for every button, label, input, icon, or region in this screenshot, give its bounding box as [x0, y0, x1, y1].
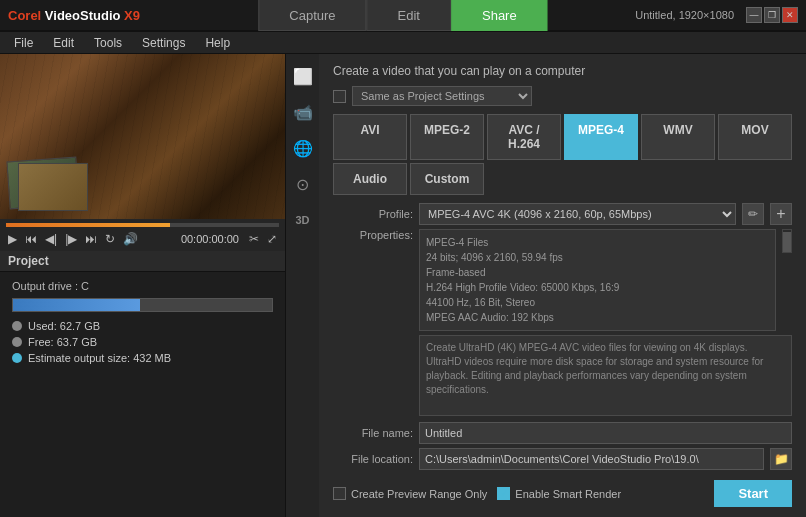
drive-label: Output drive : C [12, 280, 273, 292]
profile-row: Profile: MPEG-4 AVC 4K (4096 x 2160, 60p… [333, 203, 792, 225]
browse-btn[interactable]: 📁 [770, 448, 792, 470]
format-avi[interactable]: AVI [333, 114, 407, 160]
properties-scrollbar[interactable] [782, 229, 792, 253]
tab-edit[interactable]: Edit [367, 0, 451, 31]
storage-used: Used: 62.7 GB [12, 320, 273, 332]
free-dot [12, 337, 22, 347]
used-dot [12, 321, 22, 331]
same-as-select[interactable]: Same as Project Settings [352, 86, 532, 106]
header-right: Untitled, 1920×1080 — ❒ ✕ [635, 7, 798, 23]
app-logo: Corel VideoStudio X9 [8, 8, 140, 23]
tab-share[interactable]: Share [451, 0, 548, 31]
menu-edit[interactable]: Edit [43, 34, 84, 52]
preview-range-label: Create Preview Range Only [351, 488, 487, 500]
description-box: Create UltraHD (4K) MPEG-4 AVC video fil… [419, 335, 792, 416]
main-layout: ▶ ⏮ ◀| |▶ ⏭ ↻ 🔊 00:00:00:00 ✂ ⤢ Project … [0, 54, 806, 517]
filelocation-label: File location: [333, 453, 413, 465]
volume-btn[interactable]: 🔊 [121, 231, 140, 247]
format-audio[interactable]: Audio [333, 163, 407, 195]
logo-version: X9 [124, 8, 140, 23]
step-back-btn[interactable]: ◀| [43, 231, 59, 247]
tab-capture[interactable]: Capture [258, 0, 366, 31]
scrollbar-thumb [783, 232, 791, 252]
expand-btn[interactable]: ⤢ [265, 231, 279, 247]
storage-estimate: Estimate output size: 432 MB [12, 352, 273, 364]
menu-bar: File Edit Tools Settings Help [0, 32, 806, 54]
sidebar-globe-icon[interactable]: 🌐 [289, 134, 317, 162]
format-avc264[interactable]: AVC / H.264 [487, 114, 561, 160]
project-info: Untitled, 1920×1080 [635, 9, 734, 21]
same-as-row: Same as Project Settings [333, 86, 792, 106]
playback-bar: ▶ ⏮ ◀| |▶ ⏭ ↻ 🔊 00:00:00:00 ✂ ⤢ [0, 219, 285, 251]
project-section: Project [0, 251, 285, 272]
progress-bar[interactable] [6, 223, 279, 227]
filename-row: File name: [333, 422, 792, 444]
sidebar-3d-icon[interactable]: 3D [289, 206, 317, 234]
project-label: Project [8, 254, 49, 268]
storage-free: Free: 63.7 GB [12, 336, 273, 348]
preview-thumb-2 [18, 163, 88, 211]
sidebar-monitor-icon[interactable]: ⬜ [289, 62, 317, 90]
properties-row: Properties: MPEG-4 Files 24 bits; 4096 x… [333, 229, 792, 331]
minimize-btn[interactable]: — [746, 7, 762, 23]
edit-profile-btn[interactable]: ✏ [742, 203, 764, 225]
next-frame-btn[interactable]: ⏭ [83, 231, 99, 247]
menu-help[interactable]: Help [195, 34, 240, 52]
preview-range-checkbox[interactable] [333, 487, 346, 500]
sidebar-disc-icon[interactable]: ⊙ [289, 170, 317, 198]
same-as-checkbox[interactable] [333, 90, 346, 103]
properties-label: Properties: [333, 229, 413, 241]
window-controls: — ❒ ✕ [746, 7, 798, 23]
format-mov[interactable]: MOV [718, 114, 792, 160]
storage-bar [12, 298, 273, 312]
prev-frame-btn[interactable]: ⏮ [23, 231, 39, 247]
app-title-area: Corel VideoStudio X9 [0, 8, 140, 23]
format-grid: AVI MPEG-2 AVC / H.264 MPEG-4 WMV MOV Au… [333, 114, 792, 195]
menu-settings[interactable]: Settings [132, 34, 195, 52]
smart-render-row: ✓ Enable Smart Render [497, 487, 621, 500]
add-profile-btn[interactable]: + [770, 203, 792, 225]
estimate-dot [12, 353, 22, 363]
close-btn[interactable]: ✕ [782, 7, 798, 23]
restore-btn[interactable]: ❒ [764, 7, 780, 23]
timecode: 00:00:00:00 [181, 233, 239, 245]
nav-tabs: Capture Edit Share [258, 0, 547, 31]
filename-input[interactable] [419, 422, 792, 444]
smart-render-label: Enable Smart Render [515, 488, 621, 500]
storage-bar-fill [13, 299, 140, 311]
format-mpeg2[interactable]: MPEG-2 [410, 114, 484, 160]
right-panel: Create a video that you can play on a co… [319, 54, 806, 517]
header-bar: Corel VideoStudio X9 Capture Edit Share … [0, 0, 806, 32]
sidebar-camera-icon[interactable]: 📹 [289, 98, 317, 126]
logo-videostudio: VideoStudio [45, 8, 121, 23]
menu-tools[interactable]: Tools [84, 34, 132, 52]
preview-area [0, 54, 285, 219]
format-mpeg4[interactable]: MPEG-4 [564, 114, 638, 160]
panel-description: Create a video that you can play on a co… [333, 64, 792, 78]
play-btn[interactable]: ▶ [6, 231, 19, 247]
storage-area: Output drive : C Used: 62.7 GB Free: 63.… [0, 272, 285, 517]
progress-fill [6, 223, 170, 227]
profile-label: Profile: [333, 208, 413, 220]
left-panel: ▶ ⏮ ◀| |▶ ⏭ ↻ 🔊 00:00:00:00 ✂ ⤢ Project … [0, 54, 285, 517]
storage-items: Used: 62.7 GB Free: 63.7 GB Estimate out… [12, 320, 273, 364]
smart-render-checkbox[interactable]: ✓ [497, 487, 510, 500]
controls-row: ▶ ⏮ ◀| |▶ ⏭ ↻ 🔊 00:00:00:00 ✂ ⤢ [6, 231, 279, 247]
bottom-options: Create Preview Range Only ✓ Enable Smart… [333, 480, 792, 507]
loop-btn[interactable]: ↻ [103, 231, 117, 247]
format-custom[interactable]: Custom [410, 163, 484, 195]
sidebar-icons: ⬜ 📹 🌐 ⊙ 3D [285, 54, 319, 517]
filelocation-input[interactable] [419, 448, 764, 470]
filename-label: File name: [333, 427, 413, 439]
start-button[interactable]: Start [714, 480, 792, 507]
preview-range-row: Create Preview Range Only [333, 487, 487, 500]
menu-file[interactable]: File [4, 34, 43, 52]
properties-box: MPEG-4 Files 24 bits; 4096 x 2160, 59.94… [419, 229, 776, 331]
logo-corel: Corel [8, 8, 41, 23]
profile-select[interactable]: MPEG-4 AVC 4K (4096 x 2160, 60p, 65Mbps) [419, 203, 736, 225]
step-fwd-btn[interactable]: |▶ [63, 231, 79, 247]
trim-btn[interactable]: ✂ [247, 231, 261, 247]
format-wmv[interactable]: WMV [641, 114, 715, 160]
filelocation-row: File location: 📁 [333, 448, 792, 470]
preview-bg [0, 54, 285, 219]
